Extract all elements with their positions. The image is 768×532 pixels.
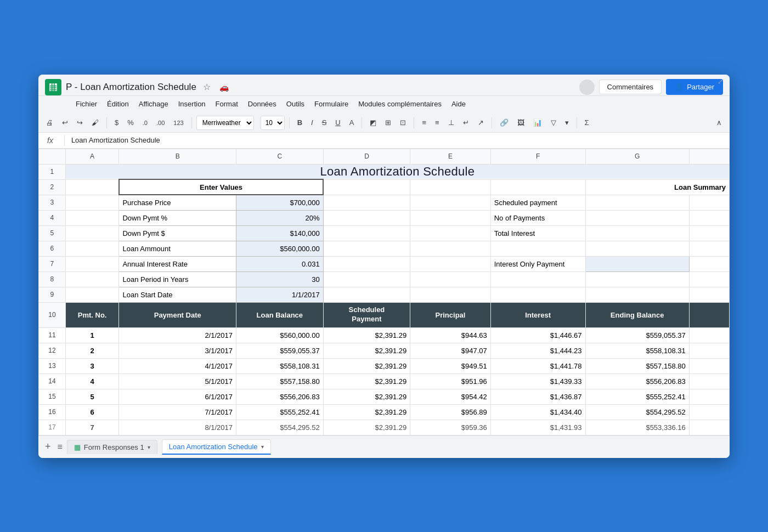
chart-button[interactable]: 📊 [530,117,545,128]
cell-9f[interactable] [490,287,585,302]
text-color-button[interactable]: A [346,117,358,128]
row-header-2[interactable]: 2 [39,179,66,195]
cell-12e[interactable]: $947.07 [410,343,490,358]
cell-2e[interactable] [410,179,490,195]
cell-13f[interactable]: $1,441.78 [490,358,585,373]
sheet-container[interactable]: A B C D E F G 1 Loan Amortization Schedu… [38,149,730,435]
row-header-13[interactable]: 13 [39,358,66,373]
cell-9a[interactable] [65,287,119,302]
cell-11a[interactable]: 1 [65,327,119,343]
cell-6f[interactable] [490,241,585,256]
row-header-11[interactable]: 11 [39,327,66,343]
menu-modules[interactable]: Modules complémentaires [354,98,446,110]
cell-15g[interactable]: $555,252.41 [585,389,689,404]
cell-3d[interactable] [323,195,410,210]
cell-5b[interactable]: Down Pymt $ [119,225,236,241]
cell-3b[interactable]: Purchase Price [119,195,236,210]
tab-loan-amortization[interactable]: Loan Amortization Schedule ▾ [162,439,271,455]
menu-edition[interactable]: Édition [103,98,133,110]
cell-11g[interactable]: $559,055.37 [585,327,689,343]
cell-8f[interactable] [490,271,585,287]
cell-13a[interactable]: 3 [65,358,119,373]
cell-12c[interactable]: $559,055.37 [236,343,324,358]
cell-13d[interactable]: $2,391.29 [323,358,410,373]
format-percent-button[interactable]: % [124,117,137,128]
cell-15b[interactable]: 6/1/2017 [119,389,236,404]
cell-2a[interactable] [65,179,119,195]
cell-14h[interactable] [689,373,729,389]
cell-6c[interactable]: $560,000.00 [236,241,324,256]
cell-6d[interactable] [323,241,410,256]
cell-12g[interactable]: $558,108.31 [585,343,689,358]
menu-insertion[interactable]: Insertion [174,98,210,110]
format-number-button[interactable]: 123 [170,118,187,128]
cell-6a[interactable] [65,241,119,256]
cell-9d[interactable] [323,287,410,302]
cell-8a[interactable] [65,271,119,287]
merge-button[interactable]: ⊡ [397,117,409,128]
menu-format[interactable]: Format [211,98,242,110]
formula-input[interactable] [71,136,725,144]
row-header-8[interactable]: 8 [39,271,66,287]
cell-16a[interactable]: 6 [65,404,119,420]
cell-15c[interactable]: $556,206.83 [236,389,324,404]
text-rotate-button[interactable]: ↗ [475,117,487,128]
cell-5g[interactable] [585,225,689,241]
cell-15h[interactable] [689,389,729,404]
cell-12a[interactable]: 2 [65,343,119,358]
row-header-3[interactable]: 3 [39,195,66,210]
cell-15a[interactable]: 5 [65,389,119,404]
tab-form-responses[interactable]: ▦ Form Responses 1 ▾ [67,440,157,454]
cell-11d[interactable]: $2,391.29 [323,327,410,343]
cell-15d[interactable]: $2,391.29 [323,389,410,404]
cell-3g[interactable] [585,195,689,210]
cell-6e[interactable] [410,241,490,256]
functions-button[interactable]: Σ [581,117,592,128]
strikethrough-button[interactable]: S [319,117,330,128]
move-to-drive-icon[interactable]: 🚗 [217,82,231,93]
menu-donnees[interactable]: Données [244,98,281,110]
cell-11b[interactable]: 2/1/2017 [119,327,236,343]
col-header-c[interactable]: C [236,149,324,164]
cell-2d[interactable] [323,179,410,195]
row-header-5[interactable]: 5 [39,225,66,241]
cell-11e[interactable]: $944.63 [410,327,490,343]
font-size-selector[interactable]: 10 [261,116,285,130]
cell-14g[interactable]: $556,206.83 [585,373,689,389]
cell-17e[interactable]: $959.36 [410,420,490,435]
cell-14a[interactable]: 4 [65,373,119,389]
cell-9b[interactable]: Loan Start Date [119,287,236,302]
col-header-e[interactable]: E [410,149,490,164]
menu-aide[interactable]: Aide [447,98,470,110]
cell-3c[interactable]: $700,000 [236,195,324,210]
cell-4c[interactable]: 20% [236,210,324,225]
share-button[interactable]: 👤 Partager [666,79,723,95]
cell-17f[interactable]: $1,431.93 [490,420,585,435]
font-selector[interactable]: Merriweather [196,116,254,130]
cell-11h[interactable] [689,327,729,343]
cell-9g[interactable] [585,287,689,302]
menu-outils[interactable]: Outils [282,98,309,110]
cell-16f[interactable]: $1,434.40 [490,404,585,420]
print-button[interactable]: 🖨 [43,117,57,128]
add-sheet-button[interactable]: + [43,441,53,452]
image-button[interactable]: 🖼 [514,117,528,128]
cell-17g[interactable]: $553,336.16 [585,420,689,435]
cell-13h[interactable] [689,358,729,373]
italic-button[interactable]: I [308,117,317,128]
valign-button[interactable]: ⊥ [445,117,458,128]
cell-8h[interactable] [689,271,729,287]
link-button[interactable]: 🔗 [496,117,512,128]
col-header-d[interactable]: D [323,149,410,164]
cell-7d[interactable] [323,256,410,271]
cell-11c[interactable]: $560,000.00 [236,327,324,343]
comments-button[interactable]: Commentaires [599,80,662,94]
cell-9c[interactable]: 1/1/2017 [236,287,324,302]
cell-5h[interactable] [689,225,729,241]
redo-button[interactable]: ↪ [74,117,86,128]
cell-5f[interactable]: Total Interest [490,225,585,241]
cell-11f[interactable]: $1,446.67 [490,327,585,343]
collapse-toolbar-button[interactable]: ∧ [713,117,725,128]
title-cell[interactable]: Loan Amortization Schedule [65,164,729,179]
cell-14c[interactable]: $557,158.80 [236,373,324,389]
